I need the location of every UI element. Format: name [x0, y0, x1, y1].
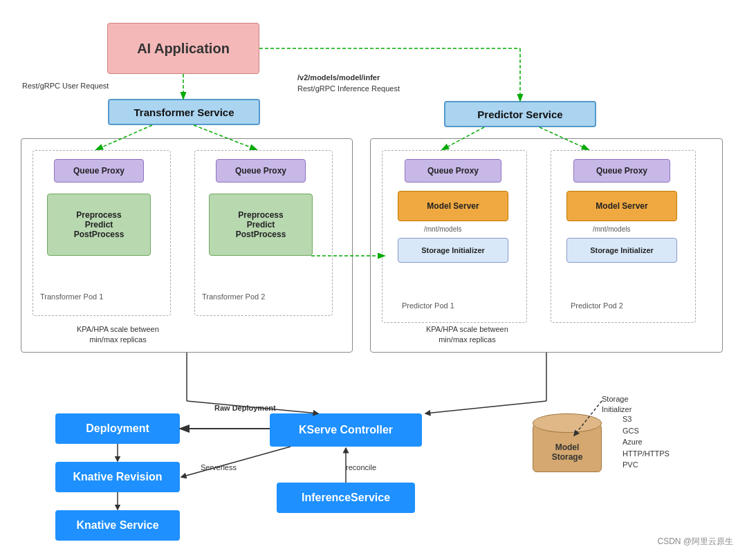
rest-user-request-label: Rest/gRPC User Request — [22, 82, 109, 90]
transformer-outer-box: Queue Proxy Preprocess Predict PostProce… — [21, 138, 353, 353]
kpa-transformer-label: KPA/HPA scale between min/max replicas — [77, 324, 159, 346]
v2-models-label: /v2/models/model/infer — [297, 73, 380, 82]
raw-deployment-label: Raw Deployment — [214, 404, 276, 412]
ai-application-label: AI Application — [137, 41, 230, 57]
inference-service-box: InferenceService — [277, 483, 415, 513]
rest-inference-label: Rest/gRPC Inference Request — [297, 84, 400, 93]
svg-line-16 — [425, 401, 546, 413]
watermark: CSDN @阿里云原生 — [657, 536, 733, 548]
kpa-predictor-label: KPA/HPA scale between min/max replicas — [426, 324, 508, 346]
predictor-pod2-label: Predictor Pod 2 — [571, 301, 623, 310]
preprocess-t1: Preprocess Predict PostProcess — [47, 194, 151, 256]
transformer-service-box: Transformer Service — [108, 99, 260, 125]
queue-proxy-t2: Queue Proxy — [216, 159, 306, 183]
transformer-service-label: Transformer Service — [133, 106, 234, 118]
transformer-pod2-box: Queue Proxy Preprocess Predict PostProce… — [194, 150, 333, 316]
queue-proxy-p1: Queue Proxy — [405, 159, 501, 183]
transformer-pod1-label: Transformer Pod 1 — [40, 292, 103, 301]
queue-proxy-p2: Queue Proxy — [573, 159, 670, 183]
diagram: AI Application Transformer Service Predi… — [0, 0, 747, 560]
cylinder-top — [533, 413, 602, 433]
mnt-models-p1: /mnt/models — [424, 225, 461, 233]
knative-service-box: Knative Service — [55, 510, 180, 541]
s3-list-label: S3 GCS Azure HTTP/HTTPS PVC — [622, 413, 670, 471]
model-storage-cylinder: Model Storage — [533, 413, 602, 476]
storage-init-label: Storage Initializer — [602, 394, 631, 416]
predictor-pod2-box: Queue Proxy Model Server /mnt/models Sto… — [551, 150, 696, 323]
serverless-label: Serverless — [201, 463, 237, 472]
transformer-pod1-box: Queue Proxy Preprocess Predict PostProce… — [33, 150, 171, 316]
predictor-pod1-label: Predictor Pod 1 — [402, 301, 454, 310]
reconcile-label: reconcile — [346, 463, 376, 472]
kserve-controller-box: KServe Controller — [270, 413, 422, 447]
preprocess-t2: Preprocess Predict PostProcess — [209, 194, 313, 256]
queue-proxy-t1: Queue Proxy — [54, 159, 144, 183]
predictor-service-box: Predictor Service — [444, 101, 596, 127]
storage-init-p1: Storage Initializer — [398, 238, 508, 263]
model-server-p2: Model Server — [566, 191, 677, 221]
storage-init-p2: Storage Initializer — [566, 238, 677, 263]
predictor-pod1-box: Queue Proxy Model Server /mnt/models Sto… — [382, 150, 527, 323]
ai-application-box: AI Application — [107, 23, 259, 74]
predictor-outer-box: Queue Proxy Model Server /mnt/models Sto… — [370, 138, 723, 353]
model-storage-label: Model Storage — [533, 442, 602, 462]
deployment-box: Deployment — [55, 413, 180, 444]
svg-line-9 — [181, 447, 290, 477]
mnt-models-p2: /mnt/models — [593, 225, 630, 233]
transformer-pod2-label: Transformer Pod 2 — [202, 292, 265, 301]
knative-revision-box: Knative Revision — [55, 462, 180, 492]
predictor-service-label: Predictor Service — [477, 109, 562, 120]
model-server-p1: Model Server — [398, 191, 508, 221]
